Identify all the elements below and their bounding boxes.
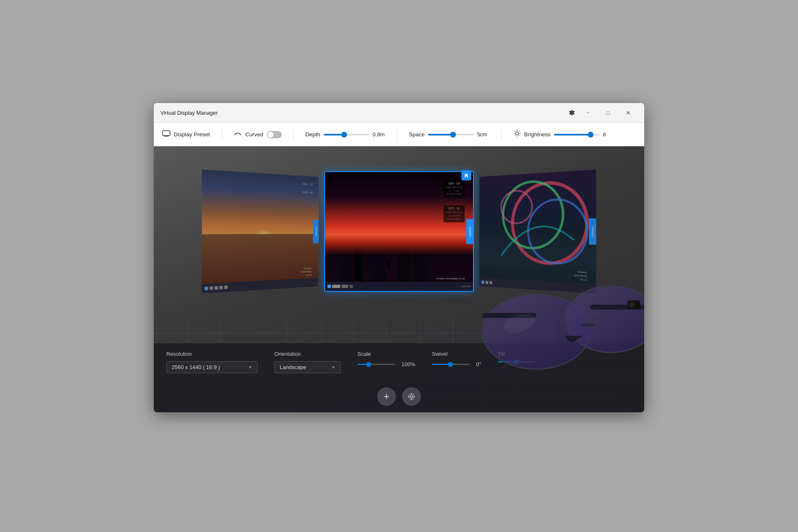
orientation-arrow: ▼ [331,365,335,369]
close-button[interactable]: ✕ [618,106,638,120]
orientation-select[interactable]: Landscape ▼ [274,361,341,373]
curved-toggle[interactable] [267,131,282,138]
orientation-label: Orientation [274,351,341,357]
space-slider-container [428,134,474,135]
svg-point-34 [512,181,587,264]
title-bar: Virtual Display Manager − □ ✕ [154,103,644,123]
svg-point-45 [629,302,634,307]
brightness-slider-container [554,134,600,135]
toggle-knob [268,132,273,138]
resolution-label: Resolution [166,351,258,357]
center-calendar-sep: SEP · 09 S M T W T F S· · · · · 1 23 4 5… [443,180,465,197]
resolution-select[interactable]: 2560 x 1440 ( 16:9 ) ▼ [166,361,258,373]
taskbar-dot [214,286,218,290]
right-display-bg: Smartertechnologyfor all Lenovo [479,170,596,294]
scale-slider-thumb[interactable] [366,362,371,367]
curved-icon [234,130,242,139]
display-preset-label: Display Preset [174,131,210,138]
toolbar-divider-3 [397,129,397,140]
orientation-section: Orientation Landscape ▼ [274,351,341,373]
left-display-wrapper: MAY · 05··APR · 04 Smartertechnologyfor … [204,173,324,290]
swivel-slider-thumb[interactable] [448,362,453,367]
center-lenovo-badge: Lenovo [466,219,473,244]
displays-area: MAY · 05··APR · 04 Smartertechnologyfor … [154,171,644,292]
svg-line-7 [515,131,515,131]
left-lenovo-badge: Lenovo [313,220,319,244]
brightness-item: Brightness 8 [513,130,616,139]
toolbar: Display Preset Curved Depth [154,123,644,146]
right-lenovo-badge: Lenovo [589,218,596,245]
brightness-icon [513,130,521,139]
depth-slider-track[interactable] [324,134,369,135]
center-smarter-text: Smarter technology for all [436,277,465,280]
svg-rect-40 [582,323,594,327]
taskbar-dot [328,285,331,288]
center-taskbar: 4:20 PM [325,282,473,291]
brightness-slider-fill [554,134,591,135]
toolbar-divider-1 [222,129,222,140]
center-display[interactable]: SEP · 09 S M T W T F S· · · · · 1 23 4 5… [324,171,474,292]
space-slider-fill [428,134,453,135]
app-window: Virtual Display Manager − □ ✕ [154,103,644,412]
add-display-button[interactable] [377,387,396,406]
left-display[interactable]: MAY · 05··APR · 04 Smartertechnologyfor … [202,170,319,294]
brightness-slider-thumb[interactable] [588,132,594,138]
space-label: Space [409,131,425,138]
toolbar-divider-4 [501,129,502,140]
taskbar-dot [224,286,227,289]
right-display-wrapper: Smartertechnologyfor all Lenovo [474,173,594,290]
center-taskbar-dots [328,285,353,288]
center-display-bg: SEP · 09 S M T W T F S· · · · · 1 23 4 5… [325,172,473,291]
space-item: Space 5cm [409,131,490,138]
display-preset-item[interactable]: Display Preset [162,130,210,139]
taskbar-dot [219,286,223,290]
svg-line-8 [519,135,520,136]
orientation-value: Landscape [280,364,306,370]
window-title: Virtual Display Manager [160,110,565,116]
scale-section: Scale 100% [357,351,415,367]
display-preset-icon [162,130,170,139]
left-display-bg: MAY · 05··APR · 04 Smartertechnologyfor … [202,170,319,294]
recenter-button[interactable] [402,387,421,406]
depth-slider-thumb[interactable] [341,132,347,138]
depth-value: 0.8m [373,131,385,138]
left-taskbar-dots [204,286,228,291]
svg-line-11 [515,135,515,136]
left-smarter-text: Smartertechnologyfor all [301,266,312,277]
scale-value: 100% [401,361,415,367]
scale-metric: 100% [357,361,415,367]
center-display-wrapper: SEP · 09 S M T W T F S· · · · · 1 23 4 5… [324,171,474,292]
taskbar-dot [204,286,208,290]
center-calendar-oct: OCT · 10 S M T W T F S· 1 2 3 4 5 67 8 9… [443,205,465,222]
space-slider-thumb[interactable] [450,132,456,138]
scale-label: Scale [357,351,415,357]
scale-slider-track[interactable] [357,364,395,365]
svg-point-4 [515,132,519,135]
depth-slider-container [324,134,369,135]
maximize-button[interactable]: □ [598,106,618,120]
curved-item: Curved [234,130,282,139]
resolution-section: Resolution 2560 x 1440 ( 16:9 ) ▼ [166,351,258,373]
taskbar-dot [332,285,340,288]
resolution-arrow: ▼ [248,365,252,369]
brightness-value: 8 [603,131,616,138]
swivel-slider-track[interactable] [432,364,469,365]
ar-glasses-overlay [470,278,644,404]
brightness-slider-track[interactable] [554,134,600,135]
left-calendar: MAY · 05··APR · 04 [303,182,313,195]
window-controls: − □ ✕ [579,106,638,120]
settings-icon[interactable] [565,106,579,120]
taskbar-dot [342,285,348,288]
right-display[interactable]: Smartertechnologyfor all Lenovo [479,170,596,294]
svg-line-12 [519,131,520,131]
main-content-area: MAY · 05··APR · 04 Smartertechnologyfor … [154,146,644,412]
taskbar-dot [209,286,213,290]
minimize-button[interactable]: − [579,106,598,120]
svg-point-50 [409,394,414,399]
svg-rect-0 [163,131,170,135]
taskbar-dot [350,285,353,288]
space-value: 5cm [477,131,490,138]
space-slider-track[interactable] [428,134,474,135]
home-badge [461,170,471,180]
svg-point-49 [411,396,413,398]
